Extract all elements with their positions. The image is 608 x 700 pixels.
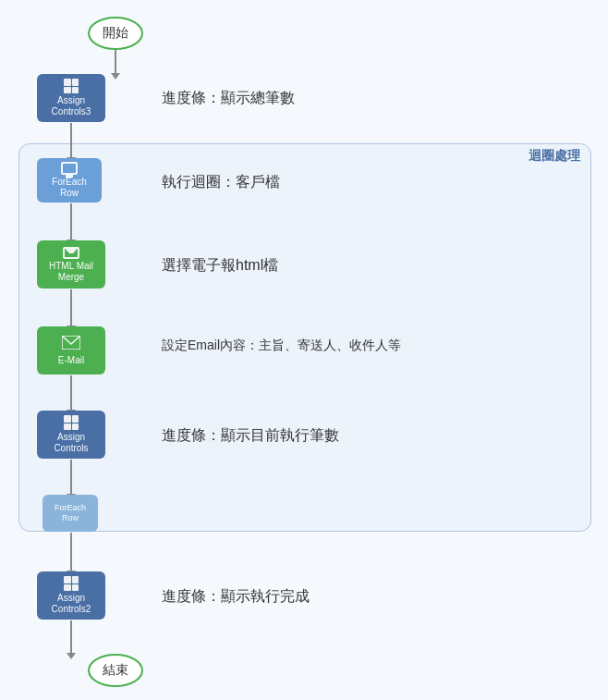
email-icon	[62, 336, 80, 350]
desc-foreach1: 執行迴圈：客戶檔	[162, 173, 280, 192]
assign2-icon	[64, 576, 79, 591]
htmlmail-icon	[63, 247, 79, 259]
htmlmail-node[interactable]: HTML MailMerge	[37, 240, 105, 289]
canvas: 迴圈處理 開始 AssignControls3 進度條：顯示總筆數 ForEac…	[0, 0, 608, 700]
assign2-label: AssignControls2	[52, 593, 91, 615]
foreach1-node[interactable]: ForEachRow	[37, 158, 102, 203]
email-label: E-Mail	[58, 355, 84, 366]
arrow-assign2-end	[70, 620, 72, 654]
assign-icon	[64, 415, 79, 430]
start-label: 開始	[103, 25, 128, 42]
desc-email: 設定Email內容：主旨、寄送人、收件人等	[162, 338, 401, 354]
arrow-start-assign3	[115, 50, 116, 74]
arrow-htmlmail-email	[70, 289, 72, 326]
arrow-assign-foreachend	[70, 460, 72, 495]
foreach-end-label: ForEachRow	[55, 503, 86, 523]
foreach-end-node[interactable]: ForEachRow	[43, 495, 98, 532]
email-node[interactable]: E-Mail	[37, 326, 105, 375]
desc-assign2: 進度條：顯示執行完成	[162, 587, 310, 607]
arrow-email-assign	[70, 375, 72, 411]
assign3-node[interactable]: AssignControls3	[37, 74, 105, 122]
desc-htmlmail: 選擇電子報html檔	[162, 256, 278, 276]
end-node[interactable]: 結束	[88, 654, 143, 687]
assign3-label: AssignControls3	[52, 95, 91, 117]
assign-node[interactable]: AssignControls	[37, 411, 105, 459]
arrow-assign3-foreach	[70, 123, 72, 158]
foreach1-icon	[61, 162, 78, 175]
arrow-foreach1-htmlmail	[70, 203, 72, 240]
arrow-foreachend-assign2	[70, 533, 72, 571]
loop-label: 迴圈處理	[529, 148, 580, 165]
end-label: 結束	[103, 662, 128, 679]
foreach1-label: ForEachRow	[52, 177, 87, 199]
assign3-icon	[64, 79, 79, 93]
assign2-node[interactable]: AssignControls2	[37, 571, 105, 620]
assign-label: AssignControls	[54, 432, 88, 454]
start-node[interactable]: 開始	[88, 17, 143, 50]
desc-assign: 進度條：顯示目前執行筆數	[162, 426, 339, 446]
htmlmail-label: HTML MailMerge	[49, 261, 93, 283]
desc-assign3: 進度條：顯示總筆數	[162, 89, 295, 108]
